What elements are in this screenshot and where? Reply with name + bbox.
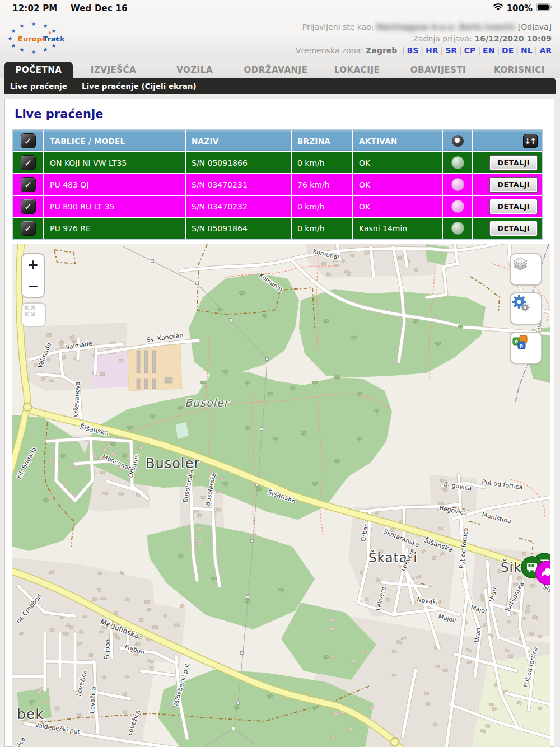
- language-link-cp[interactable]: CP: [464, 46, 476, 55]
- details-button[interactable]: DETALJI: [489, 177, 538, 193]
- logout-link[interactable]: [Odjava]: [518, 22, 552, 31]
- col-header-speed[interactable]: BRZINA: [292, 130, 352, 151]
- main-nav: POČETNA IZVJEŠĆA VOZILA ODRŽAVANJE LOKAC…: [0, 62, 560, 78]
- login-prefix: Prijavljeni ste kao:: [302, 22, 374, 31]
- cell-details: DETALJI: [473, 218, 542, 239]
- cell-speed: 0 km/h: [292, 196, 352, 217]
- zoom-in-button[interactable]: +: [22, 254, 44, 276]
- cell-plate: PU 483 OJ: [44, 174, 185, 195]
- row-checkbox: ✓: [21, 177, 36, 192]
- tab-pocetna[interactable]: POČETNA: [4, 62, 73, 78]
- details-button[interactable]: DETALJI: [489, 221, 538, 236]
- cell-status[interactable]: [443, 174, 472, 195]
- tab-odrzavanje[interactable]: ODRŽAVANJE: [235, 65, 316, 78]
- row-checkbox: ✓: [21, 199, 36, 214]
- login-name-blurred: Marinagyna d.o.o. Boris Ivančić: [376, 22, 515, 31]
- cell-active: OK: [353, 152, 442, 173]
- last-login-value: 16/12/2020 10:09: [474, 34, 552, 43]
- status-circle-icon: [451, 156, 464, 169]
- timezone-label: Vremenska zona:: [296, 46, 363, 55]
- status-circle-icon: [451, 222, 464, 235]
- poi-cubes-button[interactable]: n p: [510, 332, 542, 364]
- row-checkbox: ✓: [21, 155, 36, 170]
- europetracking-logo[interactable]: ★★★ ★★★ ★★★ ★★★ ★ Europe Tracking: [4, 19, 66, 55]
- last-login-label: Zadnja prijava:: [413, 34, 472, 43]
- row-checkbox-cell[interactable]: ✓: [13, 174, 43, 195]
- cell-plate: PU 976 RE: [44, 218, 185, 239]
- timezone-language-line: Vremenska zona: Zagreb |BS|HR|SR|CP|EN|D…: [296, 45, 552, 57]
- row-checkbox-cell[interactable]: ✓: [13, 218, 43, 239]
- cell-details: DETALJI: [473, 152, 542, 173]
- cell-name: S/N 03470231: [186, 174, 291, 195]
- zoom-out-button[interactable]: −: [22, 276, 44, 297]
- status-circle-icon: [451, 178, 464, 191]
- layers-button[interactable]: [510, 253, 542, 286]
- cell-plate: PU 890 RU LT 35: [44, 196, 185, 217]
- language-link-ar[interactable]: AR: [539, 46, 552, 55]
- cell-speed: 0 km/h: [292, 218, 352, 239]
- check-icon: ✓: [24, 223, 32, 234]
- map-label: Busoler: [185, 396, 230, 409]
- svg-text:★: ★: [11, 43, 16, 49]
- tab-lokacije[interactable]: LOKACIJE: [316, 65, 398, 78]
- col-header-radio[interactable]: [443, 130, 472, 151]
- col-header-sort[interactable]: ↓↑: [473, 130, 542, 151]
- cell-status[interactable]: [443, 196, 472, 217]
- status-circle-icon: [451, 200, 464, 213]
- svg-text:Tracking: Tracking: [43, 35, 66, 43]
- ios-status-bar: 12:02 PM Wed Dec 16 100%: [0, 0, 560, 17]
- settings-button[interactable]: [510, 292, 542, 325]
- fullscreen-button[interactable]: [21, 302, 46, 327]
- cell-name: S/N 05091866: [186, 152, 291, 173]
- col-header-plate[interactable]: TABLICE / MODEL: [44, 130, 185, 151]
- battery-percent: 100%: [507, 3, 533, 13]
- svg-text:★: ★: [8, 35, 13, 41]
- svg-text:★: ★: [52, 43, 57, 49]
- svg-text:★: ★: [20, 46, 25, 53]
- col-header-active[interactable]: AKTIVAN: [353, 130, 442, 151]
- svg-text:★: ★: [31, 49, 36, 55]
- tab-korisnici[interactable]: KORISNICI: [479, 65, 560, 78]
- language-link-en[interactable]: EN: [483, 46, 494, 55]
- details-button[interactable]: DETALJI: [489, 199, 538, 214]
- map-label: Busoler: [146, 456, 200, 471]
- subnav-live-pracenje-fullscreen[interactable]: Live praćenje (Cijeli ekran): [82, 82, 197, 91]
- row-checkbox-cell[interactable]: ✓: [13, 152, 43, 173]
- tab-izvjesca[interactable]: IZVJEŠĆA: [73, 65, 154, 78]
- cell-active: OK: [353, 174, 442, 195]
- select-all-cell[interactable]: ✓: [13, 130, 43, 151]
- tab-obavijesti[interactable]: OBAVIJESTI: [398, 65, 479, 78]
- timezone-value: Zagreb: [366, 46, 397, 55]
- content-panel: Live praćenje ✓ TABLICE / MODEL NAZIV BR…: [4, 99, 554, 747]
- map-canvas: KomunalKomunalValmadeValmadeKrševanovaSv…: [12, 244, 550, 747]
- subnav-live-pracenje[interactable]: Live praćenje: [10, 82, 67, 91]
- wifi-icon: [493, 3, 503, 13]
- cell-status[interactable]: [443, 218, 472, 239]
- last-login-line: Zadnja prijava: 16/12/2020 10:09: [296, 33, 552, 45]
- svg-text:★: ★: [43, 46, 48, 53]
- svg-text:★: ★: [11, 28, 16, 34]
- page-gap: [0, 94, 560, 99]
- tab-vozila[interactable]: VOZILA: [154, 65, 235, 78]
- svg-text:★: ★: [20, 23, 25, 29]
- live-map[interactable]: KomunalKomunalValmadeValmadeKrševanovaSv…: [12, 244, 550, 747]
- language-link-sr[interactable]: SR: [445, 46, 457, 55]
- cell-active: OK: [353, 196, 442, 217]
- details-button[interactable]: DETALJI: [489, 155, 538, 171]
- cell-name: S/N 03470232: [186, 196, 291, 217]
- language-link-nl[interactable]: NL: [521, 46, 533, 55]
- cell-status[interactable]: [443, 152, 472, 173]
- col-header-name[interactable]: NAZIV: [186, 130, 291, 151]
- row-checkbox-cell[interactable]: ✓: [13, 196, 43, 217]
- vehicles-table: ✓ TABLICE / MODEL NAZIV BRZINA AKTIVAN ↓…: [12, 129, 543, 240]
- svg-text:★: ★: [43, 23, 48, 29]
- row-checkbox: ✓: [21, 221, 36, 236]
- sort-icon: ↓↑: [523, 134, 538, 148]
- cell-speed: 76 km/h: [292, 174, 352, 195]
- language-link-bs[interactable]: BS: [407, 46, 419, 55]
- status-date: Wed Dec 16: [71, 3, 128, 13]
- language-link-de[interactable]: DE: [502, 46, 514, 55]
- language-link-hr[interactable]: HR: [426, 46, 438, 55]
- cell-plate: ON KOJI NI VW LT35: [44, 152, 185, 173]
- status-time: 12:02 PM: [12, 3, 58, 13]
